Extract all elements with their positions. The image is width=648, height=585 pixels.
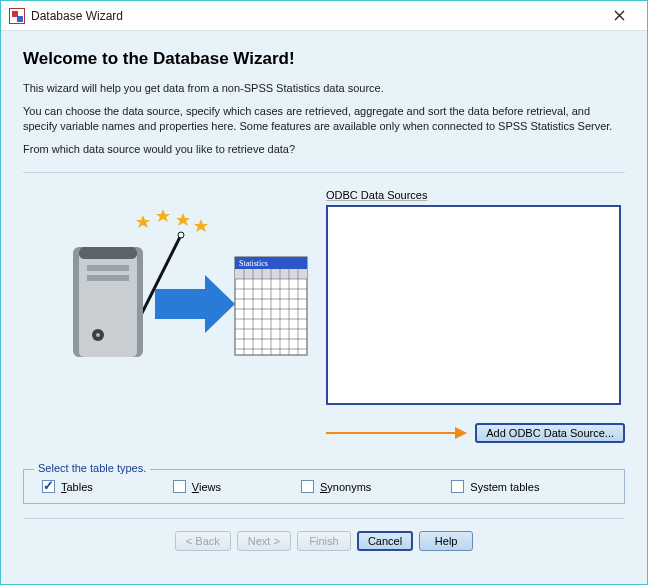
checkbox-synonyms[interactable]: Synonyms	[301, 480, 371, 493]
svg-rect-9	[87, 265, 129, 271]
next-button[interactable]: Next >	[237, 531, 291, 551]
checkbox-label: Tables	[61, 481, 93, 493]
data-source-label: ODBC Data Sources	[326, 189, 625, 201]
back-button[interactable]: < Back	[175, 531, 231, 551]
svg-marker-3	[194, 219, 208, 232]
svg-marker-14	[205, 275, 235, 333]
app-icon	[9, 8, 25, 24]
checkbox-icon	[173, 480, 186, 493]
help-button[interactable]: Help	[419, 531, 473, 551]
svg-marker-2	[176, 213, 190, 226]
add-odbc-data-source-button[interactable]: Add ODBC Data Source...	[475, 423, 625, 443]
data-source-column: ODBC Data Sources Add ODBC Data Source..…	[326, 189, 625, 443]
page-heading: Welcome to the Database Wizard!	[23, 49, 625, 69]
svg-marker-1	[156, 209, 170, 222]
checkbox-label: Synonyms	[320, 481, 371, 493]
checkbox-label: Views	[192, 481, 221, 493]
checkbox-tables[interactable]: Tables	[42, 480, 93, 493]
data-source-listbox[interactable]	[326, 205, 621, 405]
add-data-source-row: Add ODBC Data Source...	[326, 423, 625, 443]
checkbox-icon	[42, 480, 55, 493]
intro-text-2: You can choose the data source, specify …	[23, 104, 625, 134]
checkbox-views[interactable]: Views	[173, 480, 221, 493]
checkbox-system-tables[interactable]: System tables	[451, 480, 539, 493]
svg-marker-0	[136, 215, 150, 228]
table-types-legend: Select the table types.	[34, 462, 150, 474]
annotation-arrow	[326, 426, 467, 440]
window-title: Database Wizard	[31, 9, 599, 23]
finish-button[interactable]: Finish	[297, 531, 351, 551]
svg-rect-7	[79, 247, 137, 357]
checkbox-icon	[451, 480, 464, 493]
cancel-button[interactable]: Cancel	[357, 531, 413, 551]
svg-rect-10	[87, 275, 129, 281]
wizard-footer: < Back Next > Finish Cancel Help	[23, 518, 625, 567]
svg-rect-8	[79, 247, 137, 259]
checkbox-label: System tables	[470, 481, 539, 493]
svg-point-5	[178, 232, 184, 238]
content-area: Welcome to the Database Wizard! This wiz…	[1, 31, 647, 584]
divider	[23, 172, 625, 173]
titlebar: Database Wizard	[1, 1, 647, 31]
svg-point-12	[96, 333, 100, 337]
table-types-group: Select the table types. Tables Views Syn…	[23, 469, 625, 504]
svg-rect-13	[155, 289, 205, 319]
close-button[interactable]	[599, 2, 639, 30]
prompt-text: From which data source would you like to…	[23, 142, 625, 157]
close-icon	[614, 10, 625, 21]
dialog-window: Database Wizard Welcome to the Database …	[0, 0, 648, 585]
main-row: Statistics	[23, 189, 625, 443]
intro-text-1: This wizard will help you get data from …	[23, 81, 625, 96]
illustration: Statistics	[23, 189, 308, 367]
checkbox-icon	[301, 480, 314, 493]
illustration-table-header: Statistics	[239, 259, 268, 268]
